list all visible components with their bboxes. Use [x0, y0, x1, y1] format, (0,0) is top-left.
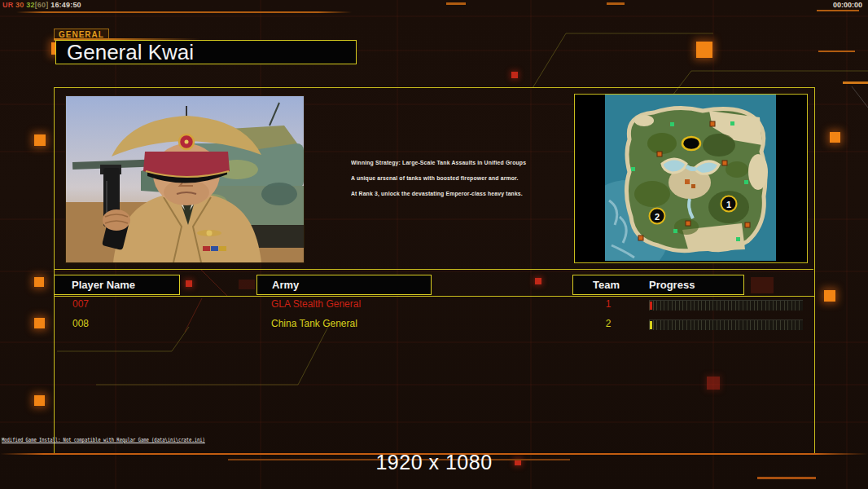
loading-screen: UR 30 32[60] 16:49:50 00:00:00 GENERAL G… [0, 0, 868, 489]
decor-line [843, 82, 868, 84]
map-marker-1: 1 [726, 200, 731, 209]
page-title: General Kwai [56, 41, 356, 64]
glow-square [34, 395, 45, 406]
frame-divider [55, 269, 813, 270]
decor-line [607, 2, 625, 5]
header-player-name-label: Player Name [55, 275, 179, 294]
player-team: 1 [588, 298, 629, 310]
map-start-2: 2 [650, 209, 665, 224]
load-progress-bar [649, 319, 803, 330]
map-start-1: 1 [721, 196, 737, 212]
glow-square [830, 132, 840, 143]
map-preview-box: 1 2 [574, 94, 808, 263]
header-progress-label: Progress [649, 275, 695, 294]
strategy-line: Winning Strategy: Large-Scale Tank Assau… [351, 155, 526, 170]
resolution-label: 1920 x 1080 [0, 451, 868, 474]
player-name: 008 [72, 318, 89, 329]
progress-fill [650, 302, 652, 310]
header-team-progress: Team Progress [572, 275, 744, 295]
glow-square [696, 42, 712, 58]
strategy-briefing: Winning Strategy: Large-Scale Tank Assau… [351, 155, 526, 201]
map-image: 1 2 [605, 95, 776, 261]
debug-fps: 30 [15, 1, 24, 9]
map-marker-2: 2 [655, 212, 660, 222]
general-title-box: General Kwai [55, 40, 357, 64]
header-team-label: Team [593, 275, 620, 294]
map-illustration: 1 2 [605, 95, 776, 261]
strategy-line: A unique arsenal of tanks with boosted f… [351, 170, 526, 186]
glow-square [34, 134, 46, 146]
strategy-line: At Rank 3, unlock the devastating Empero… [351, 186, 526, 201]
debug-max: [60] [35, 1, 49, 9]
debug-readout: UR 30 32[60] 16:49:50 [2, 1, 81, 9]
decor-line [446, 2, 466, 5]
header-player-name: Player Name [54, 275, 180, 295]
map-start-empty [682, 137, 700, 150]
header-army-label: Army [257, 275, 431, 294]
header-army: Army [256, 275, 432, 295]
decor-line [16, 11, 352, 13]
match-timer: 00:00:00 [833, 1, 862, 9]
player-army: GLA Stealth General [271, 298, 361, 310]
player-name: 007 [72, 298, 89, 310]
decor-line [817, 10, 859, 11]
glow-square [511, 72, 518, 78]
decor-line [818, 51, 855, 52]
debug-label: UR [2, 1, 13, 9]
decor-line [757, 477, 816, 479]
general-portrait [65, 95, 305, 263]
status-message: Modified Game Install: Not compatible wi… [2, 437, 205, 443]
glow-square [824, 290, 835, 302]
player-team: 2 [588, 318, 629, 329]
player-army: China Tank General [271, 318, 357, 329]
debug-value: 32 [26, 1, 34, 9]
portrait-illustration [66, 96, 304, 262]
glow-square [34, 277, 44, 287]
load-progress-bar [649, 300, 803, 311]
debug-clock: 16:49:50 [50, 1, 81, 9]
progress-fill [650, 321, 652, 329]
glow-square [34, 318, 45, 328]
